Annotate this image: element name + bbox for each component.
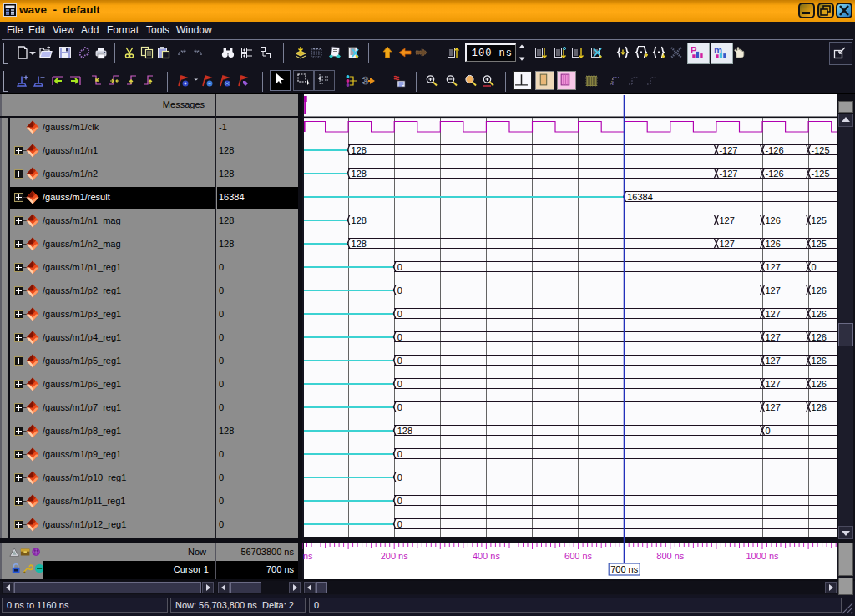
svg-text:0: 0 bbox=[397, 285, 402, 295]
svg-text:128: 128 bbox=[352, 169, 367, 179]
svg-text:0: 0 bbox=[397, 309, 402, 319]
svg-text:0: 0 bbox=[397, 449, 402, 459]
svg-text:16384: 16384 bbox=[627, 192, 653, 202]
svg-text:0: 0 bbox=[397, 472, 402, 482]
svg-text:126: 126 bbox=[766, 215, 781, 225]
svg-text:-127: -127 bbox=[719, 145, 737, 155]
svg-text:127: 127 bbox=[719, 239, 734, 249]
svg-text:0: 0 bbox=[766, 426, 771, 436]
svg-text:0: 0 bbox=[397, 496, 402, 506]
svg-text:126: 126 bbox=[812, 309, 827, 319]
svg-text:125: 125 bbox=[812, 239, 827, 249]
svg-text:127: 127 bbox=[766, 285, 781, 295]
svg-text:126: 126 bbox=[766, 239, 781, 249]
svg-text:125: 125 bbox=[812, 215, 827, 225]
svg-text:-126: -126 bbox=[766, 145, 784, 155]
svg-text:128: 128 bbox=[352, 239, 367, 249]
svg-text:0: 0 bbox=[397, 356, 402, 366]
svg-text:0: 0 bbox=[397, 262, 402, 272]
svg-text:127: 127 bbox=[766, 356, 781, 366]
svg-text:126: 126 bbox=[812, 285, 827, 295]
svg-text:128: 128 bbox=[352, 215, 367, 225]
svg-text:127: 127 bbox=[766, 332, 781, 342]
svg-text:0: 0 bbox=[812, 262, 817, 272]
svg-text:0: 0 bbox=[397, 332, 402, 342]
svg-text:128: 128 bbox=[352, 145, 367, 155]
svg-text:0: 0 bbox=[397, 402, 402, 412]
svg-text:127: 127 bbox=[766, 262, 781, 272]
svg-text:126: 126 bbox=[812, 332, 827, 342]
svg-text:128: 128 bbox=[397, 426, 412, 436]
svg-text:700 ns: 700 ns bbox=[610, 564, 639, 574]
svg-text:126: 126 bbox=[812, 356, 827, 366]
svg-text:-125: -125 bbox=[812, 145, 830, 155]
svg-text:0: 0 bbox=[397, 379, 402, 389]
svg-text:1000 ns: 1000 ns bbox=[746, 551, 779, 561]
svg-text:-127: -127 bbox=[719, 169, 737, 179]
svg-text:126: 126 bbox=[812, 402, 827, 412]
svg-text:-125: -125 bbox=[812, 169, 830, 179]
svg-text:3: 3 bbox=[362, 74, 368, 87]
svg-text:600 ns: 600 ns bbox=[564, 551, 593, 561]
svg-text:200 ns: 200 ns bbox=[381, 551, 409, 561]
svg-text:-126: -126 bbox=[766, 169, 784, 179]
svg-text:127: 127 bbox=[719, 215, 734, 225]
svg-text:ns: ns bbox=[303, 551, 313, 561]
svg-text:126: 126 bbox=[812, 379, 827, 389]
svg-text:127: 127 bbox=[766, 402, 781, 412]
svg-text:0: 0 bbox=[397, 519, 402, 529]
svg-text:127: 127 bbox=[766, 379, 781, 389]
svg-text:127: 127 bbox=[766, 309, 781, 319]
svg-text:800 ns: 800 ns bbox=[656, 551, 685, 561]
svg-text:400 ns: 400 ns bbox=[473, 551, 501, 561]
